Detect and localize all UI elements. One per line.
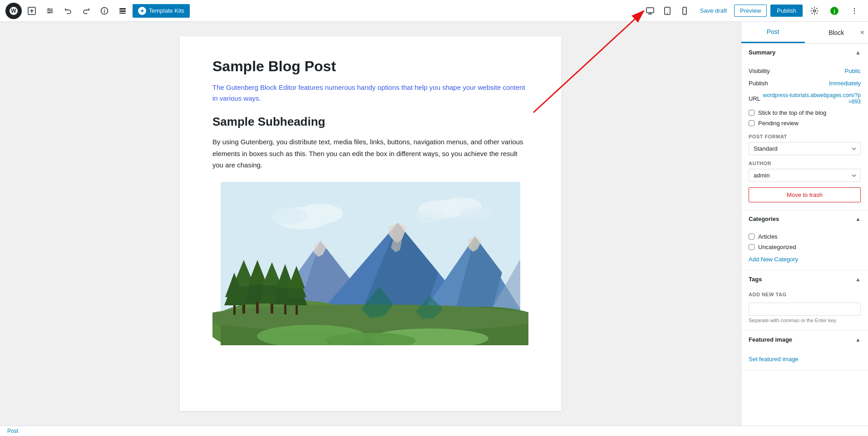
visibility-row: Visibility Public (749, 65, 861, 77)
template-kits-icon: ★ (138, 7, 146, 15)
move-to-trash-button[interactable]: Move to trash (749, 187, 861, 202)
pending-review-checkbox[interactable] (749, 120, 755, 126)
bottom-bar-post-link[interactable]: Post (7, 428, 18, 434)
add-new-category-link[interactable]: Add New Category (749, 256, 861, 263)
post-format-label: POST FORMAT (749, 134, 861, 139)
svg-rect-11 (119, 8, 126, 10)
visibility-label: Visibility (749, 68, 770, 74)
post-subheading[interactable]: Sample Subheading (212, 115, 528, 129)
svg-point-21 (814, 10, 816, 12)
template-kits-button[interactable]: ★ Template Kits (133, 4, 190, 18)
stick-to-top-label[interactable]: Stick to the top of the blog (758, 109, 826, 116)
featured-image-body: Set featured image (741, 348, 868, 370)
info-button[interactable] (96, 3, 113, 19)
tab-block[interactable]: Block (805, 22, 868, 43)
author-select[interactable]: admin (749, 169, 861, 182)
summary-section: Summary ▲ Visibility Public Publish Imme… (741, 44, 868, 210)
tools-button[interactable] (42, 3, 58, 19)
summary-header[interactable]: Summary ▲ (741, 44, 868, 61)
template-kits-label: Template Kits (149, 7, 184, 14)
featured-image-toggle: ▲ (855, 337, 861, 343)
post-body[interactable]: By using Gutenberg, you distribute text,… (212, 136, 528, 171)
categories-section: Categories ▲ Articles Uncategorized Add … (741, 210, 868, 270)
add-block-button[interactable] (24, 3, 40, 19)
toolbar: W ★ Template Kits (0, 0, 868, 22)
post-title[interactable]: Sample Blog Post (212, 58, 528, 75)
close-sidebar-button[interactable]: × (860, 29, 864, 37)
mountain-image[interactable] (212, 182, 528, 345)
pending-review-label[interactable]: Pending review (758, 120, 799, 127)
tag-input[interactable] (749, 303, 861, 316)
publish-button[interactable]: Publish (770, 5, 803, 17)
categories-title: Categories (749, 216, 779, 222)
sidebar: Post Block × Summary ▲ Visibility Public… (741, 22, 868, 426)
featured-image-section: Featured image ▲ Set featured image (741, 331, 868, 370)
visibility-value[interactable]: Public (845, 68, 861, 74)
tags-header[interactable]: Tags ▲ (741, 270, 868, 288)
svg-point-5 (48, 8, 49, 10)
svg-point-24 (854, 8, 855, 9)
tags-body: ADD NEW TAG Separate with commas or the … (741, 288, 868, 330)
jetpack-button[interactable]: j (826, 3, 843, 19)
tab-post[interactable]: Post (741, 22, 805, 43)
svg-text:W: W (11, 8, 16, 14)
category-articles-checkbox[interactable] (749, 234, 755, 240)
sidebar-tabs: Post Block × (741, 22, 868, 44)
publish-label: Publish (749, 80, 768, 87)
svg-point-26 (854, 12, 855, 13)
url-value[interactable]: wordpress-tutorials.abwebpages.com/?p=89… (760, 92, 861, 105)
svg-point-7 (49, 12, 50, 13)
toolbar-left: W ★ Template Kits (5, 3, 640, 19)
category-uncategorized-label[interactable]: Uncategorized (758, 244, 796, 250)
mobile-view-button[interactable] (676, 3, 693, 19)
publish-row: Publish Immediately (749, 77, 861, 89)
add-new-tag-label: ADD NEW TAG (749, 292, 861, 297)
stick-to-top-checkbox[interactable] (749, 110, 755, 116)
summary-title: Summary (749, 49, 775, 56)
svg-point-10 (104, 9, 105, 10)
editor-area[interactable]: Sample Blog Post The Gutenberg Block Edi… (0, 22, 741, 426)
summary-toggle: ▲ (855, 49, 861, 56)
svg-point-33 (459, 207, 491, 220)
url-label: URL (749, 95, 760, 102)
svg-rect-13 (119, 13, 126, 14)
author-group: AUTHOR admin (749, 161, 861, 182)
featured-image-header[interactable]: Featured image ▲ (741, 331, 868, 348)
categories-toggle: ▲ (855, 216, 861, 222)
save-draft-button[interactable]: Save draft (696, 5, 730, 16)
more-options-button[interactable] (846, 3, 863, 19)
set-featured-image-link[interactable]: Set featured image (749, 356, 861, 363)
category-articles-label[interactable]: Articles (758, 233, 778, 240)
tags-section: Tags ▲ ADD NEW TAG Separate with commas … (741, 270, 868, 331)
main-area: Sample Blog Post The Gutenberg Block Edi… (0, 22, 868, 426)
svg-rect-12 (119, 10, 126, 12)
pending-review-row: Pending review (749, 118, 861, 128)
settings-button[interactable] (806, 3, 823, 19)
svg-point-18 (667, 13, 668, 14)
category-uncategorized-checkbox[interactable] (749, 244, 755, 250)
tags-toggle: ▲ (855, 276, 861, 283)
list-view-button[interactable] (114, 3, 131, 19)
undo-button[interactable] (60, 3, 76, 19)
desktop-view-button[interactable] (642, 3, 658, 19)
post-format-select[interactable]: Standard Aside Image Video (749, 142, 861, 155)
wordpress-logo[interactable]: W (5, 3, 22, 19)
svg-point-30 (271, 208, 307, 224)
preview-button[interactable]: Preview (734, 5, 767, 17)
featured-image-title: Featured image (749, 336, 792, 343)
tablet-view-button[interactable] (659, 3, 676, 19)
publish-value[interactable]: Immediately (829, 80, 861, 87)
categories-header[interactable]: Categories ▲ (741, 210, 868, 228)
svg-point-34 (416, 210, 443, 222)
tags-title: Tags (749, 276, 762, 283)
post-intro[interactable]: The Gutenberg Block Editor features nume… (212, 82, 528, 104)
stick-to-top-row: Stick to the top of the blog (749, 108, 861, 118)
svg-point-25 (854, 10, 855, 11)
post-format-group: POST FORMAT Standard Aside Image Video (749, 134, 861, 155)
url-row: URL wordpress-tutorials.abwebpages.com/?… (749, 89, 861, 108)
svg-text:j: j (833, 8, 835, 14)
redo-button[interactable] (78, 3, 94, 19)
tag-hint: Separate with commas or the Enter key. (749, 318, 861, 323)
category-item-articles: Articles (749, 231, 861, 242)
summary-body: Visibility Public Publish Immediately UR… (741, 61, 868, 210)
